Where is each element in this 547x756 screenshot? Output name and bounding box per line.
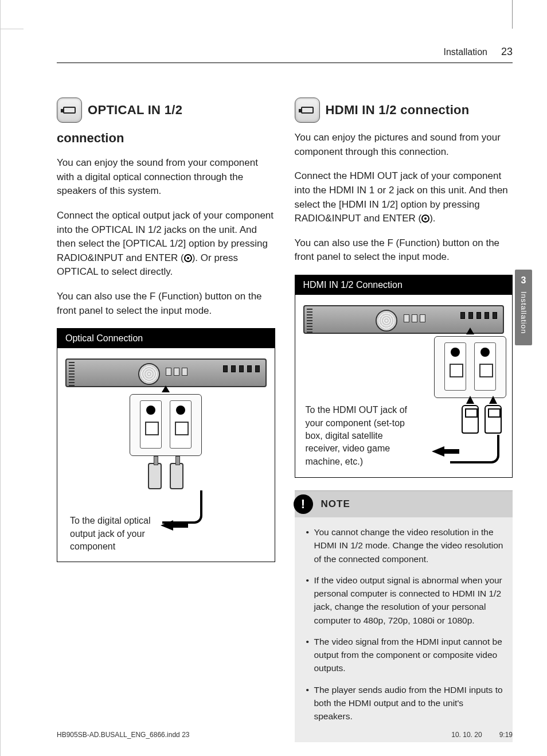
hdmi-diagram: HDMI IN 1/2 Connection (295, 275, 513, 478)
optical-heading-line2: connection (57, 131, 275, 146)
optical-heading-line1: OPTICAL IN 1/2 (88, 103, 182, 118)
side-tab-label: Installation (519, 291, 528, 334)
note-list: You cannot change the video resolution i… (306, 525, 504, 723)
note-item: The video signal from the HDMI input can… (306, 635, 504, 675)
hdmi-heading: HDMI IN 1/2 connection (326, 103, 470, 118)
optical-plugs (148, 463, 183, 489)
footer-file: HB905SB-AD.BUSALL_ENG_6866.indd 23 (57, 731, 189, 739)
hdmi-para2: Connect the HDMI OUT jack of your compon… (295, 169, 513, 226)
side-tab: 3 Installation (515, 270, 532, 345)
page-header: Installation 23 (57, 46, 513, 63)
right-column: HDMI IN 1/2 connection You can enjoy the… (295, 98, 513, 742)
optical-jack-box (130, 394, 202, 456)
connection-icon (57, 98, 82, 123)
footer-time: 9:19 (499, 731, 513, 739)
hdmi-jack-box (434, 336, 506, 398)
optical-para2: Connect the optical output jack of your … (57, 209, 275, 279)
header-page-number: 23 (501, 46, 513, 58)
enter-icon (184, 254, 192, 262)
note-icon: ! (294, 494, 313, 514)
crop-mark (512, 0, 513, 29)
enter-icon (421, 215, 429, 223)
optical-diagram-caption: To the digital optical output jack of yo… (70, 515, 167, 553)
optical-para1: You can enjoy the sound from your compon… (57, 156, 275, 198)
hdmi-para3: You can also use the F (Function) button… (295, 236, 513, 264)
page-footer: HB905SB-AD.BUSALL_ENG_6866.indd 23 10. 1… (57, 731, 513, 739)
optical-diagram-title: Optical Connection (57, 329, 275, 348)
hdmi-para1: You can enjoy the pictures and sound fro… (295, 131, 513, 159)
arrow-left-icon (432, 446, 444, 457)
hdmi-plugs (462, 405, 502, 434)
note-block: ! NOTE You cannot change the video resol… (295, 490, 513, 742)
hdmi-diagram-caption: To the HDMI OUT jack of your component (… (306, 404, 415, 468)
optical-diagram: Optical Connection (57, 328, 275, 562)
footer-date: 10. 10. 20 (451, 731, 482, 739)
optical-cable (162, 490, 202, 524)
header-section: Installation (443, 47, 487, 57)
optical-para2-a: Connect the optical output jack of your … (57, 210, 274, 263)
hdmi-para2-b: ). (429, 213, 435, 224)
hdmi-diagram-title: HDMI IN 1/2 Connection (295, 275, 513, 295)
hdmi-para2-a: Connect the HDMI OUT jack of your compon… (295, 170, 508, 224)
note-item: If the video output signal is abnormal w… (306, 574, 504, 627)
rear-panel-illustration (65, 358, 267, 387)
optical-para3: You can also use the F (Function) button… (57, 290, 275, 318)
note-item: You cannot change the video resolution i… (306, 525, 504, 566)
note-item: The player sends audio from the HDMI inp… (306, 683, 504, 723)
note-title: NOTE (321, 498, 350, 510)
connection-icon (295, 98, 320, 123)
side-tab-number: 3 (515, 275, 532, 286)
left-column: OPTICAL IN 1/2 connection You can enjoy … (57, 98, 275, 742)
